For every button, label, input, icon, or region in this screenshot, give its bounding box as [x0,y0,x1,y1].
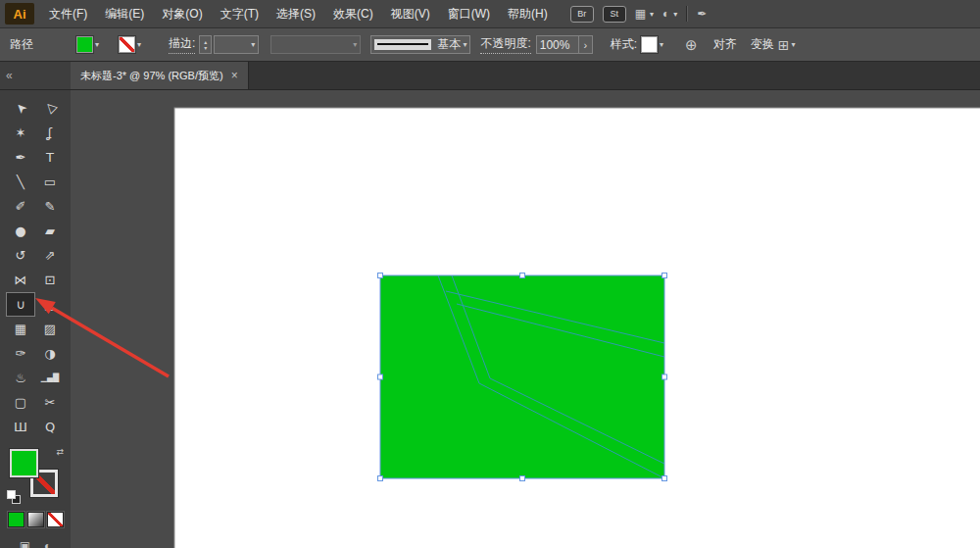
stepper-down-icon[interactable]: ▾ [204,45,207,51]
toolbar-collapse-button[interactable]: « [0,62,71,89]
blob-brush-icon: ● [15,224,25,238]
chevron-down-icon: ▾ [251,40,255,49]
stroke-none-swatch [119,36,135,53]
tool-mesh[interactable]: ▦ [6,317,35,341]
screen-mode-icon: ◐ [662,7,669,21]
screen-mode-button[interactable]: ◐ ▾ [662,7,677,21]
menubar: Ai 文件(F)编辑(E)对象(O)文字(T)选择(S)效果(C)视图(V)窗口… [0,0,980,28]
opacity-value: 100% [540,38,570,52]
tool-paintbrush[interactable]: ✐ [6,194,35,219]
tool-symbol-sprayer[interactable]: ♨ [6,366,35,390]
menu-item-edit[interactable]: 编辑(E) [96,0,153,27]
document-tab[interactable]: 未标题-3* @ 97% (RGB/预览) × [71,62,249,89]
zoom-icon: Q [45,420,55,434]
drawing-mode-icon[interactable]: ▣ [20,539,30,548]
width-profile-dropdown[interactable]: ▾ [270,35,361,54]
tool-selection[interactable]: ➤ [6,96,35,121]
swap-fill-stroke-icon[interactable]: ⇄ [56,447,64,457]
style-label: 样式: [611,36,637,53]
tool-scale[interactable]: ⇗ [35,243,65,268]
document-tab-bar: « 未标题-3* @ 97% (RGB/预览) × [0,62,980,90]
menu-item-effect[interactable]: 效果(C) [324,0,382,27]
menu-item-select[interactable]: 选择(S) [268,0,324,27]
tool-free-transform[interactable]: ⊡ [35,268,65,292]
menu-item-view[interactable]: 视图(V) [382,0,439,27]
tab-close-icon[interactable]: × [231,69,238,82]
tool-slice[interactable]: ✂ [35,390,65,415]
menu-item-window[interactable]: 窗口(W) [439,0,499,27]
perspective-grid-icon: ◺ [45,297,55,312]
style-dropdown[interactable]: ▾ [641,36,663,53]
bottom-mode-buttons: ▣ ◐ [0,539,71,548]
default-fill-mini-swatch [7,490,16,499]
transform-grid-icon: ⊞ [778,37,790,53]
gradient-button[interactable] [27,512,44,527]
chevron-down-icon: ▾ [137,40,141,49]
canvas-pasteboard[interactable] [71,90,980,548]
pencil-icon: ✎ [45,199,56,214]
tool-rotate[interactable]: ↺ [6,243,35,268]
tool-eraser[interactable]: ▰ [35,219,65,243]
opacity-expander-button[interactable]: › [579,35,593,54]
app-logo[interactable]: Ai [5,3,34,25]
menubar-separator [686,6,688,22]
pen-icon: ✒ [16,150,26,165]
tool-perspective-grid[interactable]: ◺ [35,292,65,317]
tool-lasso[interactable]: ʆ [35,121,65,145]
stroke-weight-label[interactable]: 描边: [169,35,195,54]
tool-gradient[interactable]: ▨ [35,317,65,341]
gradient-icon: ▨ [44,322,56,336]
shape-builder-icon: ∪ [16,297,25,312]
tool-line-segment[interactable]: ╲ [6,170,35,194]
globe-icon[interactable]: ⊕ [685,36,698,54]
style-swatch [641,36,658,53]
tool-direct-selection[interactable]: ▷ [35,96,65,121]
opacity-input[interactable]: 100% [536,35,579,54]
brush-stroke-preview [374,39,431,50]
none-button[interactable] [47,512,64,527]
stroke-weight-dropdown[interactable]: ▾ [214,35,259,54]
tool-shape-builder[interactable]: ∪ [6,292,35,317]
stroke-color-dropdown[interactable]: ▾ [119,36,141,53]
color-type-buttons [0,512,71,527]
bridge-button[interactable]: Br [570,6,594,23]
selection-type-label: 路径 [10,36,33,53]
transform-button[interactable]: 变换 [751,36,774,53]
opacity-label[interactable]: 不透明度: [480,35,530,54]
tool-hand[interactable]: Ш [6,415,35,439]
fill-stroke-indicator: ⇄ [8,447,63,502]
tool-artboard[interactable]: ▢ [6,390,35,415]
tool-type[interactable]: T [35,145,65,170]
tool-rectangle[interactable]: ▭ [35,170,65,194]
screen-mode-toggle-icon[interactable]: ◐ [44,539,51,548]
collapse-double-chevron-icon: « [6,69,13,82]
arrange-documents-icon: ▦ [635,7,646,21]
align-button[interactable]: 对齐 [713,36,737,53]
tool-pencil[interactable]: ✎ [35,194,65,219]
menu-item-help[interactable]: 帮助(H) [499,0,557,27]
main-area: ➤▷✶ʆ✒T╲▭✐✎●▰↺⇗⋈⊡∪◺▦▨✑◑♨▁▄█▢✂ШQ ⇄ ▣ ◐ [0,90,980,548]
control-bar: 路径 ▾ ▾ 描边: ▴ ▾ ▾ ▾ 基本 ▾ 不透明度: 100% › [0,28,980,62]
symbol-sprayer-icon: ♨ [15,371,26,385]
color-button[interactable] [8,512,24,527]
stroke-weight-stepper[interactable]: ▴ ▾ [199,35,212,54]
tool-width[interactable]: ⋈ [6,268,35,292]
default-fill-stroke-icon[interactable] [7,490,21,504]
tool-column-graph[interactable]: ▁▄█ [35,366,65,390]
menu-item-type[interactable]: 文字(T) [212,0,268,27]
brush-definition-dropdown[interactable]: 基本 ▾ [370,35,470,54]
fill-color-dropdown[interactable]: ▾ [76,36,99,53]
tool-magic-wand[interactable]: ✶ [6,121,35,145]
tool-blob-brush[interactable]: ● [6,219,35,243]
tool-eyedropper[interactable]: ✑ [6,341,35,366]
fill-swatch[interactable] [10,449,38,477]
menu-item-object[interactable]: 对象(O) [153,0,211,27]
lasso-icon: ʆ [48,125,52,140]
stock-button[interactable]: St [603,6,626,23]
arrange-documents-button[interactable]: ▦ ▾ [635,7,654,21]
tool-zoom[interactable]: Q [35,415,65,439]
tool-blend[interactable]: ◑ [35,341,65,366]
workspace-pen-icon[interactable]: ✒ [697,7,707,21]
tool-pen[interactable]: ✒ [6,145,35,170]
menu-item-file[interactable]: 文件(F) [40,0,96,27]
